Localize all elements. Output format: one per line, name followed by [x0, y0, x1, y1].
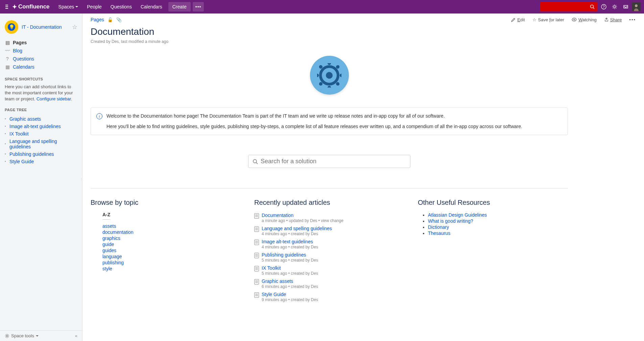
recent-meta: a minute ago • updated by Des • view cha… [262, 218, 343, 223]
recent-link[interactable]: Publishing guidelines [262, 252, 306, 258]
solution-search-box[interactable] [248, 155, 410, 168]
svg-text:?: ? [603, 5, 605, 9]
breadcrumb-pages[interactable]: Pages [91, 17, 104, 22]
page-actions: Edit ☆ Save for later Watching Share ••• [511, 17, 636, 22]
tree-item[interactable]: Language and spelling guidelines [5, 138, 77, 150]
space-header: 💡 IT - Documentation ☆ [0, 17, 82, 37]
space-logo[interactable]: 💡 [5, 20, 18, 34]
profile-menu[interactable] [633, 3, 641, 11]
notifications[interactable] [622, 3, 630, 11]
nav-calendars[interactable]: Calendars [137, 1, 166, 12]
resource-link[interactable]: Thesaurus [428, 230, 450, 236]
sidebar-item-pages[interactable]: ▤ Pages [5, 39, 77, 47]
browse-by-topic-column: Browse by topic A-Z assets documentation… [91, 199, 241, 304]
inbox-icon [623, 4, 628, 9]
configure-sidebar-link[interactable]: Configure sidebar [37, 96, 71, 101]
recent-link[interactable]: Documentation [262, 213, 293, 218]
recent-meta: 4 minutes ago • created by Des [262, 245, 318, 249]
tree-item[interactable]: Graphic assets [5, 115, 77, 123]
recent-link[interactable]: Graphic assets [262, 278, 293, 284]
resource-link[interactable]: Dictionary [428, 224, 449, 230]
solution-search-input[interactable] [261, 158, 406, 165]
calendar-icon: ▦ [5, 64, 10, 70]
nav-questions[interactable]: Questions [106, 1, 136, 12]
sidebar-item-blog[interactable]: 〰 Blog [5, 47, 77, 55]
create-more-button[interactable]: ••• [193, 2, 204, 11]
tree-item[interactable]: Image alt-text guidelines [5, 123, 77, 130]
tree-item[interactable]: Publishing guidelines [5, 150, 77, 158]
content-area: Pages 🔓 📎 Edit ☆ Save for later Watching [82, 14, 644, 341]
space-title-link[interactable]: IT - Documentation [22, 24, 69, 30]
sidebar: 💡 IT - Documentation ☆ ▤ Pages 〰 Blog ? … [0, 14, 82, 341]
attachment-icon[interactable]: 📎 [116, 17, 122, 22]
info-icon: i [96, 113, 102, 119]
confluence-logo[interactable]: ✦ Confluence [12, 3, 50, 10]
resource-link[interactable]: What is good writing? [428, 218, 473, 224]
share-button[interactable]: Share [604, 17, 622, 22]
create-button[interactable]: Create [168, 2, 191, 11]
topic-link[interactable]: publishing [102, 260, 124, 265]
svg-line-10 [256, 163, 258, 164]
topic-link[interactable]: guide [102, 242, 114, 247]
recent-item: Graphic assets6 minutes ago • created by… [254, 278, 404, 291]
topic-link[interactable]: assets [102, 223, 116, 229]
space-tools-menu[interactable]: Space tools [5, 333, 39, 338]
solution-search-wrap [91, 141, 568, 185]
nav-people[interactable]: People [83, 1, 106, 12]
blog-icon: 〰 [5, 48, 10, 53]
recent-link[interactable]: Image alt-text guidelines [262, 239, 313, 244]
tree-item[interactable]: Style Guide [5, 158, 77, 165]
logo-text: Confluence [18, 3, 50, 10]
recent-item: Style Guide9 minutes ago • created by De… [254, 291, 404, 304]
info-panel: i Welcome to the Documentation home page… [91, 107, 568, 135]
gear-illustration [319, 65, 339, 86]
recent-meta: 6 minutes ago • created by Des [262, 284, 318, 289]
topic-link[interactable]: language [102, 254, 122, 259]
shortcuts-description: Here you can add shortcut links to the m… [0, 83, 82, 103]
shortcuts-heading: SPACE SHORTCUTS [0, 72, 82, 83]
search-icon [253, 159, 258, 164]
topic-link[interactable]: graphics [102, 236, 120, 241]
sidebar-item-questions[interactable]: ? Questions [5, 55, 77, 63]
save-for-later-button[interactable]: ☆ Save for later [532, 17, 564, 22]
page-icon [254, 213, 259, 219]
avatar [632, 2, 641, 11]
global-search[interactable] [540, 2, 597, 11]
help-menu[interactable]: ? [600, 3, 608, 11]
header-nav: Spaces People Questions Calendars Create… [54, 1, 204, 12]
tree-item[interactable]: IX Toolkit [5, 130, 77, 138]
column-heading: Browse by topic [91, 199, 241, 206]
logo-icon: ✦ [12, 3, 17, 10]
recent-link[interactable]: IX Toolkit [262, 265, 281, 271]
topic-list: assets documentation graphics guide guid… [102, 223, 241, 272]
lightbulb-icon: 💡 [8, 23, 15, 31]
recent-link[interactable]: Style Guide [262, 292, 286, 297]
column-heading: Other Useful Resources [418, 199, 568, 206]
sidebar-item-calendars[interactable]: ▦ Calendars [5, 63, 77, 71]
topic-link[interactable]: guides [102, 248, 116, 253]
page-icon [254, 253, 259, 258]
app-switcher-icon[interactable] [3, 5, 10, 9]
settings-menu[interactable] [611, 3, 619, 11]
collapse-sidebar-button[interactable]: « [75, 333, 77, 338]
star-icon[interactable]: ☆ [72, 23, 77, 31]
more-actions-button[interactable]: ••• [629, 17, 636, 22]
watching-button[interactable]: Watching [572, 17, 597, 22]
resize-handle[interactable]: ⋮ [79, 177, 83, 182]
edit-button[interactable]: Edit [511, 17, 525, 22]
recent-link[interactable]: Language and spelling guidelines [262, 226, 332, 231]
global-header: ✦ Confluence Spaces People Questions Cal… [0, 0, 644, 14]
pages-icon: ▤ [5, 40, 10, 45]
svg-point-9 [253, 160, 257, 163]
topic-link[interactable]: style [102, 266, 112, 271]
recent-meta: 4 minutes ago • created by Des [262, 232, 332, 236]
page-tree: Graphic assets Image alt-text guidelines… [0, 114, 82, 167]
share-icon [604, 18, 609, 22]
resource-link[interactable]: Atlassian Design Guidelines [428, 212, 487, 218]
topic-link[interactable]: documentation [102, 229, 134, 235]
chevron-down-icon [75, 6, 78, 7]
unlock-icon[interactable]: 🔓 [108, 17, 113, 22]
nav-spaces[interactable]: Spaces [54, 1, 82, 12]
page-icon [254, 240, 259, 245]
recently-updated-column: Recently updated articles Documentationa… [254, 199, 404, 304]
